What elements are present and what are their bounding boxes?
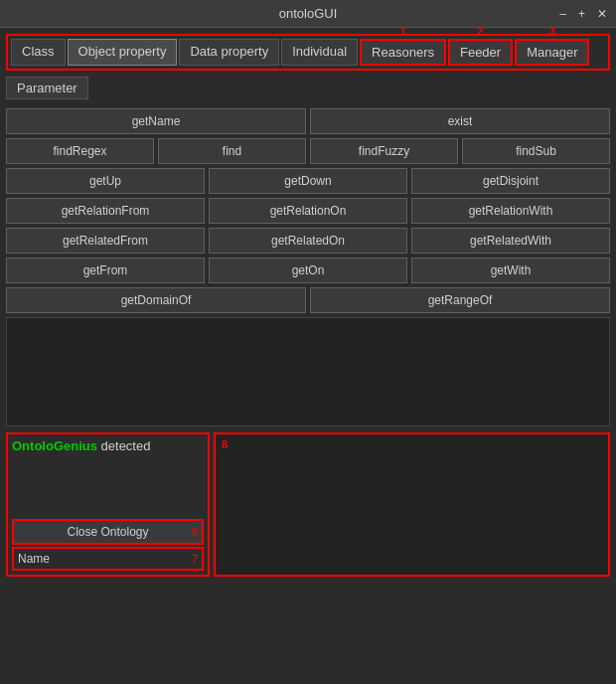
findRegex-button[interactable]: findRegex: [6, 138, 154, 164]
tab-number-manager: 3: [549, 25, 555, 37]
getUp-button[interactable]: getUp: [6, 168, 205, 194]
minimize-button[interactable]: –: [556, 7, 569, 21]
button-row-5: getRelatedFrom getRelatedOn getRelatedWi…: [6, 228, 610, 254]
parameter-section: Parameter: [6, 77, 610, 104]
close-button[interactable]: ✕: [594, 7, 610, 21]
getDomainOf-button[interactable]: getDomainOf: [6, 287, 306, 313]
tab-wrapper-reasoners: 1 Reasoners: [360, 39, 446, 66]
button-row-1: getName exist: [6, 108, 610, 134]
name-row: Name 7: [12, 547, 204, 571]
button-row-7: getDomainOf getRangeOf: [6, 287, 610, 313]
section-6-number: 6: [192, 526, 198, 538]
tab-wrapper-manager: 3 Manager: [515, 39, 589, 66]
detected-label: detected: [97, 438, 151, 453]
app-title: ontoloGUI: [279, 6, 338, 21]
getDisjoint-button[interactable]: getDisjoint: [411, 168, 610, 194]
section-7-number: 7: [192, 553, 198, 565]
tab-number-reasoners: 1: [399, 25, 405, 37]
tab-bar: Class Object property Data property Indi…: [6, 34, 610, 71]
result-area: [6, 317, 610, 427]
bottom-right-panel: 8: [214, 432, 610, 577]
button-row-4: getRelationFrom getRelationOn getRelatio…: [6, 198, 610, 224]
ontology-detected-text: OntoloGenius detected: [12, 438, 204, 453]
getRelatedOn-button[interactable]: getRelatedOn: [209, 228, 407, 254]
bottom-left-panel: OntoloGenius detected 5 Close Ontology 6…: [6, 432, 210, 577]
tab-class[interactable]: Class: [11, 39, 66, 66]
getRelatedWith-button[interactable]: getRelatedWith: [411, 228, 610, 254]
main-container: Class Object property Data property Indi…: [0, 28, 616, 583]
tab-individual[interactable]: Individual: [281, 39, 358, 66]
findFuzzy-button[interactable]: findFuzzy: [310, 138, 458, 164]
getRelationOn-button[interactable]: getRelationOn: [209, 198, 407, 224]
name-label: Name: [18, 552, 50, 566]
bottom-section: OntoloGenius detected 5 Close Ontology 6…: [6, 432, 610, 577]
exist-button[interactable]: exist: [310, 108, 610, 134]
getRelationFrom-button[interactable]: getRelationFrom: [6, 198, 205, 224]
window-controls: – + ✕: [556, 7, 610, 21]
tab-feeder[interactable]: Feeder: [448, 39, 513, 66]
maximize-button[interactable]: +: [575, 7, 588, 21]
getDown-button[interactable]: getDown: [209, 168, 407, 194]
ontology-name: OntoloGenius: [12, 438, 97, 453]
tab-number-feeder: 2: [478, 25, 484, 37]
parameter-label: Parameter: [6, 77, 88, 99]
getRelatedFrom-button[interactable]: getRelatedFrom: [6, 228, 205, 254]
findSub-button[interactable]: findSub: [462, 138, 610, 164]
tab-data-property[interactable]: Data property: [179, 39, 279, 66]
getRangeOf-button[interactable]: getRangeOf: [310, 287, 610, 313]
close-ontology-button[interactable]: Close Ontology 6: [12, 519, 204, 545]
button-row-3: getUp getDown getDisjoint: [6, 168, 610, 194]
getWith-button[interactable]: getWith: [411, 257, 610, 283]
section-8-number: 8: [222, 438, 228, 450]
find-button[interactable]: find: [158, 138, 306, 164]
ontology-status: OntoloGenius detected: [12, 438, 204, 519]
getName-button[interactable]: getName: [6, 108, 306, 134]
getFrom-button[interactable]: getFrom: [6, 257, 205, 283]
tab-object-property[interactable]: Object property: [68, 39, 178, 66]
getOn-button[interactable]: getOn: [209, 257, 407, 283]
button-row-6: getFrom getOn getWith: [6, 257, 610, 283]
buttons-area: getName exist findRegex find findFuzzy f…: [6, 108, 610, 313]
tab-wrapper-feeder: 2 Feeder: [448, 39, 513, 66]
tab-reasoners[interactable]: Reasoners: [360, 39, 446, 66]
title-bar: ontoloGUI – + ✕: [0, 0, 616, 28]
tab-manager[interactable]: Manager: [515, 39, 589, 66]
getRelationWith-button[interactable]: getRelationWith: [411, 198, 610, 224]
button-row-2: findRegex find findFuzzy findSub: [6, 138, 610, 164]
